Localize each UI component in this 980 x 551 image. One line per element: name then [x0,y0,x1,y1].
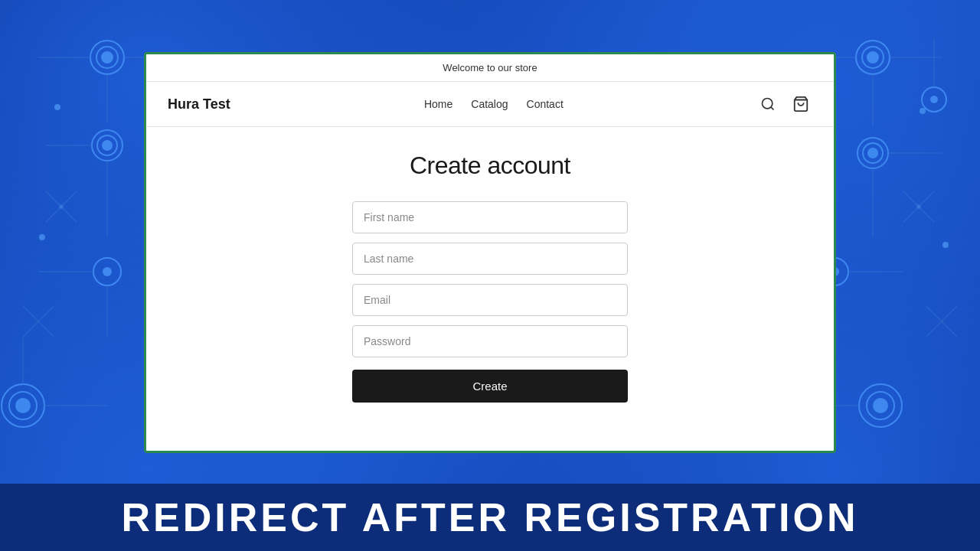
bottom-banner-text: REDIRECT AFTER REGISTRATION [121,494,858,540]
svg-point-12 [103,267,112,276]
nav-home[interactable]: Home [424,98,452,110]
svg-point-7 [102,140,113,151]
svg-point-49 [916,204,921,209]
svg-point-16 [15,398,31,413]
store-window: Welcome to our store Hura Test Home Cata… [144,52,836,453]
store-header: Hura Test Home Catalog Contact [146,82,834,127]
last-name-input[interactable] [352,243,628,275]
svg-point-56 [763,99,773,109]
svg-point-26 [867,51,879,64]
store-nav: Home Catalog Contact [424,98,564,110]
page-title: Create account [410,152,570,180]
cart-icon [792,96,809,112]
svg-line-57 [771,107,774,110]
header-icons [757,93,812,116]
store-logo: Hura Test [168,96,230,112]
svg-point-1 [101,51,113,64]
create-account-form: Create [352,201,628,403]
first-name-input[interactable] [352,201,628,233]
store-content: Create account Create [146,127,834,451]
create-account-button[interactable]: Create [352,370,628,403]
svg-point-55 [942,242,949,248]
nav-contact[interactable]: Contact [527,98,564,110]
svg-point-44 [873,398,888,413]
email-input[interactable] [352,284,628,316]
svg-point-54 [920,108,926,114]
search-icon [760,96,776,112]
svg-point-53 [39,234,45,240]
svg-point-22 [59,204,64,209]
announcement-bar: Welcome to our store [146,54,834,82]
svg-point-32 [930,96,938,103]
cart-button[interactable] [789,93,812,116]
svg-point-52 [54,104,60,110]
bottom-banner: REDIRECT AFTER REGISTRATION [0,484,980,551]
nav-catalog[interactable]: Catalog [471,98,508,110]
announcement-text: Welcome to our store [443,62,537,73]
password-input[interactable] [352,325,628,357]
search-button[interactable] [757,93,779,115]
svg-point-35 [867,148,878,158]
